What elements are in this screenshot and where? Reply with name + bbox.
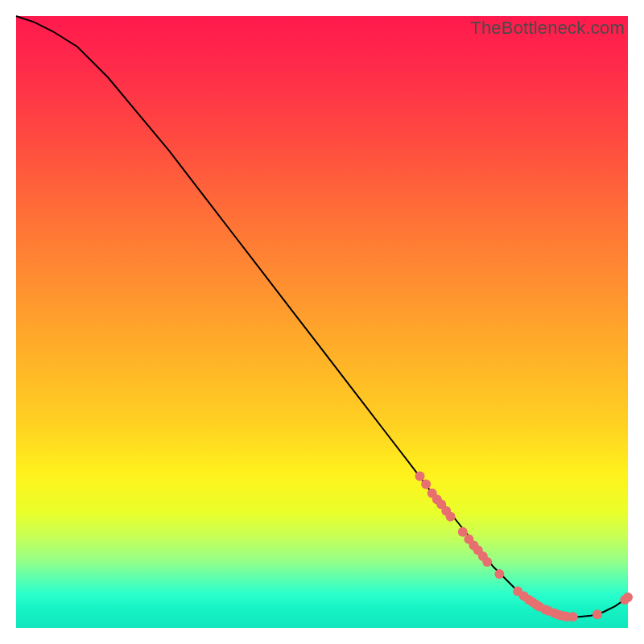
chart-container: TheBottleneck.com: [0, 0, 644, 644]
data-point: [482, 557, 492, 567]
plot-area: TheBottleneck.com: [16, 16, 628, 628]
data-point: [415, 472, 425, 481]
data-point-group: [415, 472, 633, 622]
data-point: [592, 609, 602, 619]
bottleneck-curve: [16, 16, 628, 617]
data-point: [623, 592, 633, 602]
data-point: [446, 512, 456, 522]
data-point: [494, 569, 504, 579]
data-point: [568, 612, 578, 621]
data-point: [421, 479, 431, 489]
chart-svg: [16, 16, 628, 628]
